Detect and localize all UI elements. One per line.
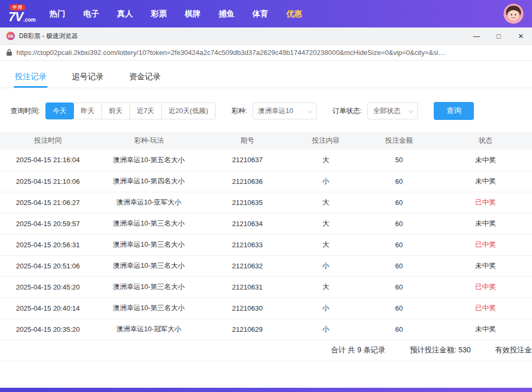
menu-item-sports[interactable]: 体育	[253, 9, 268, 19]
table-row: 2025-04-15 20:35:20澳洲幸运10-冠军大小21210629小6…	[0, 319, 532, 340]
status-select-value: 全部状态	[373, 106, 400, 116]
site-logo[interactable]: 申博 7V .com	[8, 4, 36, 23]
menu-item-hot[interactable]: 热门	[50, 9, 66, 19]
site-nav-bar: 申博 7V .com 热门 电子 真人 彩票 棋牌 捕鱼 体育 优惠	[0, 0, 532, 27]
bet-issue: 21210630	[202, 297, 293, 319]
bet-time: 2025-04-15 20:59:57	[0, 213, 96, 234]
bet-time: 2025-04-15 21:06:27	[0, 192, 96, 213]
bet-content: 小	[293, 297, 359, 319]
bet-content: 小	[293, 255, 359, 276]
menu-item-slots[interactable]: 电子	[83, 9, 99, 19]
bet-status: 未中奖	[439, 319, 532, 340]
avatar-face-icon	[503, 4, 524, 24]
bet-game: 澳洲幸运10-第三名大小	[96, 234, 202, 255]
window-title: DB彩票 - 极速浏览器	[19, 32, 78, 41]
bet-time: 2025-04-15 21:16:04	[0, 150, 96, 171]
window-controls: — □ ✕	[465, 27, 532, 44]
table-row: 2025-04-15 20:45:20澳洲幸运10-第三名大小21210631大…	[0, 276, 532, 297]
menu-item-lottery[interactable]: 彩票	[151, 9, 167, 19]
close-button[interactable]: ✕	[510, 27, 532, 44]
bet-time: 2025-04-15 20:35:20	[0, 319, 96, 340]
page-root: 申博 7V .com 热门 电子 真人 彩票 棋牌 捕鱼 体育 优惠	[0, 0, 532, 392]
bet-issue: 21210631	[202, 276, 293, 297]
date-btn-20days[interactable]: 近20天(低频)	[161, 102, 216, 119]
bet-time: 2025-04-15 21:10:06	[0, 171, 96, 192]
summary-bar: 合计 共 9 条记录 预计投注金额: 530 有效投注金额	[0, 340, 532, 361]
bet-issue: 21210629	[202, 319, 293, 340]
lottery-filter-label: 彩种:	[231, 106, 247, 116]
time-filter-label: 查询时间:	[11, 106, 40, 116]
date-btn-daybefore[interactable]: 前天	[101, 102, 130, 119]
bet-game: 澳洲幸运10-第三名大小	[96, 297, 202, 319]
header-status: 状态	[439, 132, 532, 150]
bet-content: 大	[293, 192, 359, 213]
bet-status: 已中奖	[439, 192, 532, 213]
summary-expected-amount: 预计投注金额: 530	[410, 346, 471, 355]
record-tabs: 投注记录 追号记录 资金记录	[0, 66, 532, 88]
tab-chase-records[interactable]: 追号记录	[72, 66, 104, 88]
lottery-select[interactable]: 澳洲幸运10	[253, 102, 317, 119]
bet-issue: 21210632	[202, 255, 293, 276]
bet-amount: 60	[359, 192, 439, 213]
browser-app-icon: DB	[6, 32, 15, 40]
bet-status: 未中奖	[439, 213, 532, 234]
summary-total-count: 合计 共 9 条记录	[331, 346, 385, 355]
bet-content: 大	[293, 213, 359, 234]
bet-amount: 60	[359, 171, 439, 192]
bet-game: 澳洲幸运10-第三名大小	[96, 276, 202, 297]
query-button[interactable]: 查询	[434, 102, 474, 120]
status-filter-label: 订单状态:	[333, 106, 362, 116]
date-range-group: 今天 昨天 前天 近7天 近20天(低频)	[45, 102, 216, 119]
maximize-button[interactable]: □	[488, 27, 510, 44]
bet-content: 大	[293, 150, 359, 171]
bet-time: 2025-04-15 20:45:20	[0, 276, 96, 297]
bet-time: 2025-04-15 20:40:14	[0, 297, 96, 319]
bet-amount: 60	[359, 276, 439, 297]
date-btn-today[interactable]: 今天	[45, 102, 74, 119]
bet-game: 澳洲幸运10-冠军大小	[96, 319, 202, 340]
bet-amount: 60	[359, 319, 439, 340]
user-avatar[interactable]	[503, 4, 524, 24]
filter-bar: 查询时间: 今天 昨天 前天 近7天 近20天(低频) 彩种: 澳洲幸运10 订…	[0, 88, 532, 132]
browser-urlbar[interactable]: https://ctop02pcali.2kbxi392.com/lottery…	[0, 45, 532, 61]
menu-item-live[interactable]: 真人	[117, 9, 133, 19]
menu-item-cards[interactable]: 棋牌	[185, 9, 201, 19]
date-btn-yesterday[interactable]: 昨天	[73, 102, 102, 119]
bet-issue: 21210637	[202, 150, 293, 171]
header-game: 彩种-玩法	[96, 132, 202, 150]
main-menu: 热门 电子 真人 彩票 棋牌 捕鱼 体育 优惠	[50, 9, 302, 19]
menu-item-fishing[interactable]: 捕鱼	[219, 9, 235, 19]
date-btn-7days[interactable]: 近7天	[129, 102, 162, 119]
chevron-down-icon	[408, 108, 414, 113]
bet-game: 澳洲幸运10-第三名大小	[96, 255, 202, 276]
bet-game: 澳洲幸运10-亚军大小	[96, 192, 202, 213]
table-header: 投注时间 彩种-玩法 期号 投注内容 投注金额 状态	[0, 132, 532, 150]
header-issue: 期号	[202, 132, 293, 150]
tab-fund-records[interactable]: 资金记录	[129, 66, 161, 88]
bet-game: 澳洲幸运10-第五名大小	[96, 150, 202, 171]
bet-status: 已中奖	[439, 297, 532, 319]
table-row: 2025-04-15 21:10:06澳洲幸运10-第四名大小21210636小…	[0, 171, 532, 192]
minimize-button[interactable]: —	[465, 27, 488, 44]
tab-bet-records[interactable]: 投注记录	[15, 66, 46, 88]
menu-item-promo[interactable]: 优惠	[286, 9, 302, 19]
bet-content: 大	[293, 276, 359, 297]
logo-text: 7V .com	[8, 11, 36, 23]
bet-issue: 21210634	[202, 213, 293, 234]
lock-icon	[6, 49, 12, 56]
bet-amount: 60	[359, 255, 439, 276]
url-text[interactable]: https://ctop02pcali.2kbxi392.com/lottery…	[16, 49, 445, 57]
bet-table-body: 2025-04-15 21:16:04澳洲幸运10-第五名大小21210637大…	[0, 150, 532, 340]
bet-issue: 21210633	[202, 234, 293, 255]
bet-status: 未中奖	[439, 255, 532, 276]
bet-amount: 50	[359, 150, 439, 171]
bet-status: 未中奖	[439, 150, 532, 171]
status-select[interactable]: 全部状态	[367, 102, 418, 119]
bet-issue: 21210635	[202, 192, 293, 213]
table-row: 2025-04-15 20:51:06澳洲幸运10-第三名大小21210632小…	[0, 255, 532, 276]
bet-amount: 60	[359, 234, 439, 255]
bet-content: 小	[293, 171, 359, 192]
bet-content: 小	[293, 319, 359, 340]
bet-status: 已中奖	[439, 234, 532, 255]
table-row: 2025-04-15 21:16:04澳洲幸运10-第五名大小21210637大…	[0, 150, 532, 171]
